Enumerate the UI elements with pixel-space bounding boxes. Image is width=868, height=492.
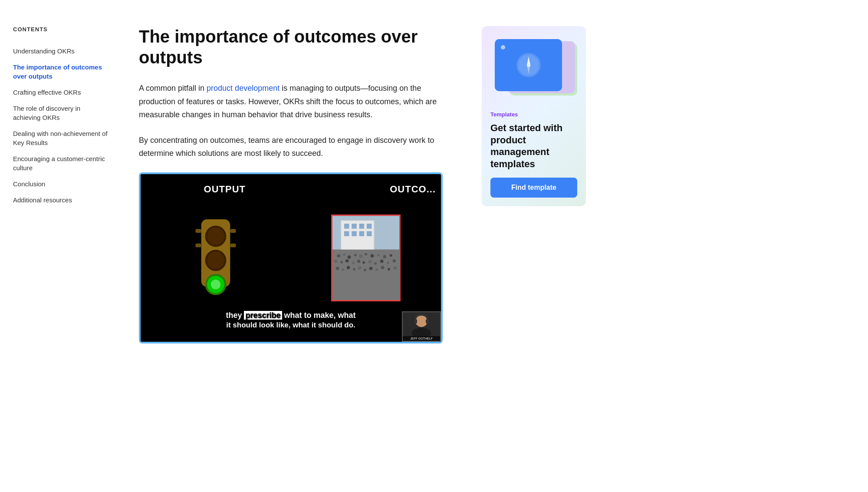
svg-rect-59 — [414, 319, 417, 324]
svg-point-44 — [387, 262, 389, 264]
sidebar-item-understanding-okrs[interactable]: Understanding OKRs — [13, 43, 108, 59]
article-body: A common pitfall in product development … — [139, 82, 443, 343]
traffic-light-illustration — [185, 215, 246, 301]
svg-rect-20 — [344, 231, 349, 236]
svg-rect-22 — [359, 231, 365, 236]
crowd-background — [332, 216, 399, 300]
svg-point-31 — [371, 254, 374, 258]
crowd-svg — [332, 216, 399, 300]
speaker-name: JEFF GOTHELF — [403, 336, 440, 341]
sidebar-item-conclusion[interactable]: Conclusion — [13, 176, 108, 192]
sidebar-link-conclusion[interactable]: Conclusion — [13, 179, 108, 188]
svg-point-32 — [377, 254, 380, 256]
sidebar-link-non-achievement[interactable]: Dealing with non-achievement of Key Resu… — [13, 129, 108, 147]
sidebar-item-resources[interactable]: Additional resources — [13, 192, 108, 208]
find-template-button[interactable]: Find template — [490, 178, 577, 198]
video-scene: OUTPUT OUTCO... they prescribe what to m… — [141, 174, 441, 342]
svg-point-29 — [359, 254, 363, 258]
template-card-body: Templates Get started with product manag… — [482, 104, 586, 206]
video-subtitles: they prescribe what to make, what it sho… — [141, 311, 441, 330]
svg-point-52 — [369, 267, 373, 270]
sidebar-item-importance[interactable]: The importance of outcomes over outputs — [13, 59, 108, 84]
template-tag: Templates — [490, 111, 577, 118]
card-front-dot — [501, 45, 505, 50]
svg-rect-9 — [230, 229, 236, 233]
table-of-contents: Understanding OKRs The importance of out… — [13, 43, 108, 208]
contents-heading: CONTENTS — [13, 26, 108, 33]
svg-point-27 — [348, 255, 351, 259]
svg-point-43 — [380, 260, 384, 263]
video-container[interactable]: OUTPUT OUTCO... they prescribe what to m… — [139, 172, 443, 343]
svg-rect-8 — [195, 229, 201, 233]
speaker-thumbnail: JEFF GOTHELF — [402, 311, 441, 342]
subtitle-line-2: it should look like, what it should do. — [145, 321, 437, 330]
svg-rect-10 — [195, 244, 201, 248]
svg-rect-24 — [332, 250, 399, 300]
svg-rect-23 — [367, 231, 372, 236]
subtitle-highlight: prescribe — [244, 311, 282, 320]
template-card-image — [482, 26, 586, 104]
svg-point-36 — [340, 261, 343, 264]
sidebar-link-understanding-okrs[interactable]: Understanding OKRs — [13, 46, 108, 56]
sidebar-item-customer-centric[interactable]: Encouraging a customer-centric culture — [13, 151, 108, 176]
svg-point-35 — [334, 260, 338, 263]
svg-point-2 — [207, 228, 224, 245]
svg-point-55 — [388, 268, 390, 271]
svg-rect-17 — [352, 224, 357, 229]
svg-point-4 — [207, 251, 224, 269]
svg-point-33 — [383, 255, 386, 258]
sidebar-link-crafting[interactable]: Crafting effective OKRs — [13, 88, 108, 97]
svg-point-46 — [336, 267, 339, 270]
speaker-avatar-svg — [402, 312, 441, 336]
svg-point-40 — [362, 261, 365, 264]
svg-point-39 — [357, 260, 361, 263]
sidebar-link-customer-centric[interactable]: Encouraging a customer-centric culture — [13, 154, 108, 172]
compass-icon — [515, 51, 542, 79]
outcome-label: OUTCO... — [390, 184, 436, 195]
video-player[interactable]: OUTPUT OUTCO... they prescribe what to m… — [141, 174, 441, 342]
svg-point-25 — [337, 254, 341, 258]
svg-point-56 — [394, 266, 397, 270]
article-paragraph-1: A common pitfall in product development … — [139, 82, 443, 122]
article-title: The importance of outcomes over outputs — [139, 26, 443, 68]
svg-rect-16 — [344, 224, 349, 229]
svg-point-49 — [353, 268, 355, 271]
svg-point-50 — [358, 266, 362, 270]
svg-point-53 — [375, 268, 378, 271]
template-heading: Get started with product management temp… — [490, 122, 577, 170]
sidebar-item-crafting[interactable]: Crafting effective OKRs — [13, 84, 108, 100]
svg-point-66 — [527, 63, 530, 67]
sidebar-link-resources[interactable]: Additional resources — [13, 195, 108, 205]
svg-point-30 — [365, 253, 367, 255]
product-development-link[interactable]: product development — [207, 84, 279, 92]
crowd-box — [331, 215, 401, 301]
svg-point-42 — [374, 262, 377, 264]
svg-point-7 — [211, 280, 220, 289]
svg-point-47 — [342, 268, 344, 271]
svg-rect-60 — [426, 319, 429, 324]
paragraph1-prefix: A common pitfall in — [139, 84, 207, 92]
card-front-blue — [495, 39, 562, 91]
template-card: Templates Get started with product manag… — [482, 26, 586, 206]
left-sidebar: CONTENTS Understanding OKRs The importan… — [0, 17, 122, 475]
svg-rect-18 — [359, 224, 365, 229]
sidebar-item-non-achievement[interactable]: Dealing with non-achievement of Key Resu… — [13, 125, 108, 151]
sidebar-link-role-discovery[interactable]: The role of discovery in achieving OKRs — [13, 104, 108, 122]
svg-point-34 — [390, 254, 392, 257]
sidebar-item-role-discovery[interactable]: The role of discovery in achieving OKRs — [13, 100, 108, 125]
svg-point-41 — [368, 260, 372, 264]
svg-point-48 — [347, 266, 350, 269]
svg-rect-21 — [352, 231, 357, 236]
sidebar-link-importance[interactable]: The importance of outcomes over outputs — [13, 63, 108, 81]
svg-rect-19 — [367, 224, 372, 229]
svg-point-51 — [364, 269, 366, 271]
svg-rect-11 — [230, 244, 236, 248]
right-sidebar: Templates Get started with product manag… — [469, 17, 599, 475]
svg-point-38 — [352, 262, 355, 264]
svg-point-37 — [345, 259, 349, 263]
main-article: The importance of outcomes over outputs … — [122, 17, 469, 475]
svg-point-45 — [393, 259, 396, 263]
svg-point-54 — [381, 266, 385, 269]
subtitle-line-1: they prescribe what to make, what — [145, 311, 437, 320]
output-label: OUTPUT — [204, 184, 246, 195]
